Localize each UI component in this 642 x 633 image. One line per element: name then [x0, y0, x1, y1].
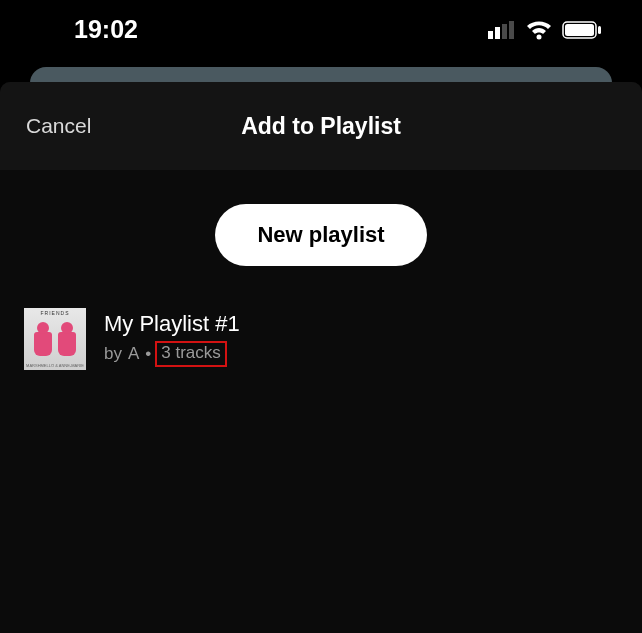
- sheet-header: Cancel Add to Playlist: [0, 82, 642, 170]
- cellular-icon: [488, 21, 516, 39]
- playlist-track-count: 3 tracks: [155, 341, 227, 367]
- battery-icon: [562, 21, 602, 39]
- new-playlist-button[interactable]: New playlist: [215, 204, 426, 266]
- svg-point-4: [537, 34, 542, 39]
- playlist-meta: by A • 3 tracks: [104, 341, 240, 367]
- cancel-button[interactable]: Cancel: [26, 114, 91, 138]
- background-card-peek: [30, 67, 612, 83]
- playlist-info: My Playlist #1 by A • 3 tracks: [104, 311, 240, 367]
- screen: 19:02: [0, 0, 642, 633]
- playlist-by-prefix: by: [104, 344, 122, 364]
- new-playlist-wrap: New playlist: [24, 204, 618, 266]
- cover-title-text: FRIENDS: [24, 310, 86, 316]
- svg-rect-3: [509, 21, 514, 39]
- playlist-cover: FRIENDS MARSHMELLO & ANNE-MARIE: [24, 308, 86, 370]
- status-time: 19:02: [74, 15, 138, 44]
- playlist-name: My Playlist #1: [104, 311, 240, 337]
- status-indicators: [488, 20, 602, 40]
- svg-rect-2: [502, 24, 507, 39]
- playlist-row[interactable]: FRIENDS MARSHMELLO & ANNE-MARIE My Playl…: [24, 308, 618, 370]
- cover-artist-text: MARSHMELLO & ANNE-MARIE: [24, 363, 86, 368]
- svg-rect-1: [495, 27, 500, 39]
- svg-rect-0: [488, 31, 493, 39]
- wifi-icon: [526, 20, 552, 40]
- svg-rect-6: [565, 24, 594, 36]
- sheet-title: Add to Playlist: [241, 113, 401, 140]
- meta-separator-dot: •: [145, 344, 151, 364]
- add-to-playlist-sheet: Cancel Add to Playlist New playlist FRIE…: [0, 82, 642, 633]
- status-bar: 19:02: [0, 0, 642, 55]
- playlist-author: A: [128, 344, 139, 364]
- svg-rect-7: [598, 26, 601, 34]
- sheet-content: New playlist FRIENDS MARSHMELLO & ANNE-M…: [0, 170, 642, 404]
